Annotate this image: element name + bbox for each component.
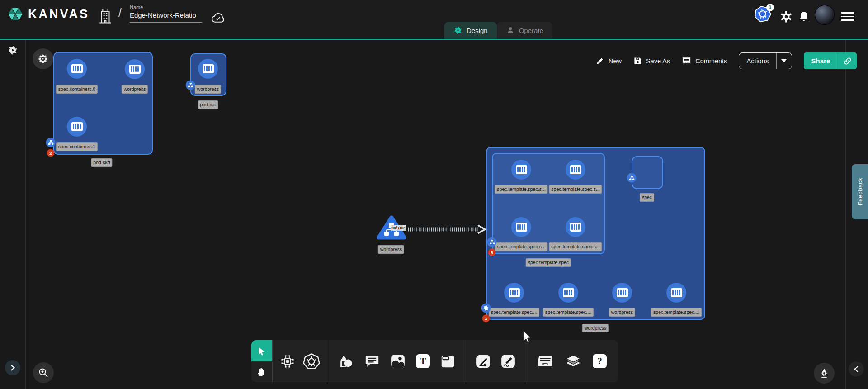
pencil-freehand-tool[interactable] [500,354,516,369]
copy-link-icon[interactable] [838,52,857,69]
tab-operate-label: Operate [519,27,543,34]
help-tool-glyph: ? [593,354,607,368]
node-container[interactable] [612,283,632,303]
node-container[interactable] [504,283,524,303]
node-container[interactable] [125,59,145,79]
menu-hamburger-icon[interactable] [841,12,854,24]
left-rail [0,40,26,389]
node-container[interactable] [666,283,686,303]
node-container[interactable] [67,59,87,79]
design-name-field[interactable]: Name Edge-Network-Relatio [130,5,202,23]
name-field-value[interactable]: Edge-Network-Relatio [130,11,202,23]
node-label: spec.template.spec.... [489,308,539,317]
text-tool[interactable]: T [416,354,430,368]
comment-tool[interactable] [364,354,380,369]
note-tool[interactable] [440,354,455,369]
magnifier-plus-icon [38,367,49,378]
new-button[interactable]: New [596,57,622,65]
design-canvas[interactable]: Y [0,40,868,389]
node-container[interactable] [67,117,87,137]
cluster-flower-button[interactable] [33,48,53,69]
layers-tool[interactable] [565,354,581,369]
network-badge-icon[interactable] [487,237,497,247]
container-icon [570,165,581,174]
zoom-in-button[interactable] [33,362,54,383]
count-badge[interactable]: 3 [488,249,496,256]
settings-gear-icon[interactable] [779,10,793,24]
toolbar-group-misc: ? [525,340,618,382]
network-badge-icon[interactable] [186,81,195,90]
notifications-bell-icon[interactable] [797,10,810,24]
meshery-swirl-icon[interactable] [7,45,18,56]
node-label: spec.template.spec.s... [495,185,547,194]
flower-gear-icon [38,54,48,64]
help-tool[interactable]: ? [593,354,607,368]
node-label: wordpress [378,245,404,254]
node-label: wordpress [609,308,635,317]
node-container[interactable] [511,160,531,180]
network-badge-icon[interactable] [46,138,56,147]
comments-button[interactable]: Comments [682,57,727,66]
edge-service-to-pod[interactable] [405,223,491,236]
count-badge[interactable]: 3 [482,315,490,323]
kubernetes-tool[interactable] [303,353,320,370]
node-container[interactable] [566,217,585,237]
node-container[interactable] [558,283,578,303]
select-tool[interactable] [251,340,272,361]
hand-icon [256,366,267,377]
node-spec[interactable] [632,156,663,189]
share-label: Share [804,57,838,65]
edge-port-label: 80/TCP [391,225,406,231]
pen-nib-button[interactable] [814,363,835,384]
node-label: wordpress [195,85,221,94]
design-swirl-icon [453,26,462,35]
group-label: spec.template.spec [526,258,571,267]
image-tool[interactable] [390,354,406,369]
dropdown-caret-icon[interactable] [776,52,792,69]
kubernetes-context-button[interactable]: 1 [754,5,771,24]
component-chip-tool[interactable] [279,353,296,370]
node-container[interactable] [511,217,531,237]
tab-operate[interactable]: Operate [497,22,552,39]
actions-dropdown-button[interactable]: Actions [739,52,792,69]
count-badge[interactable]: 2 [47,149,55,157]
user-avatar[interactable] [815,5,835,25]
organization-building-icon[interactable] [98,7,113,24]
node-container[interactable] [198,59,218,79]
expand-sidebar-button[interactable] [5,360,20,375]
tab-design[interactable]: Design [444,22,497,39]
kanvas-app: KANVAS / Name Edge-Network-Relatio 1 [0,0,868,389]
mode-tabs: Design Operate [444,22,552,39]
node-label: spec.containers.0 [56,85,98,94]
toolbar-group-annotate: T [327,340,466,382]
node-label: wordpress [122,85,148,94]
chevron-left-icon [854,366,859,372]
save-as-button[interactable]: Save As [633,57,670,65]
node-label: spec.containers.1 [56,142,98,151]
cursor-arrow-icon [257,346,267,356]
container-icon [516,223,527,232]
node-container[interactable] [566,160,585,180]
group-pod-template[interactable] [492,153,605,254]
chevron-right-icon [10,365,15,371]
deployment-badge-icon[interactable] [481,304,491,313]
container-icon [671,288,682,297]
container-icon [563,288,574,297]
tab-design-label: Design [467,27,488,34]
container-icon [516,165,527,174]
kanvas-logo[interactable]: KANVAS [7,6,90,22]
app-header: KANVAS / Name Edge-Network-Relatio 1 [0,0,868,40]
network-badge-icon[interactable] [627,173,637,183]
pan-tool[interactable] [251,361,272,382]
shapes-tool[interactable] [338,354,354,369]
pen-path-tool[interactable] [476,354,491,369]
drawer-tool[interactable] [537,354,553,369]
share-button[interactable]: Share [804,52,857,69]
node-label: spec.template.spec.s... [495,242,547,251]
canvas-action-bar: New Save As Comments Actions [596,52,857,69]
node-label: spec.template.spec.... [651,308,702,317]
group-label: wordpress [582,324,609,332]
node-label: spec.template.spec.... [543,308,594,317]
feedback-tab[interactable]: Feedback [852,164,868,219]
collapse-panel-button[interactable] [849,361,864,377]
